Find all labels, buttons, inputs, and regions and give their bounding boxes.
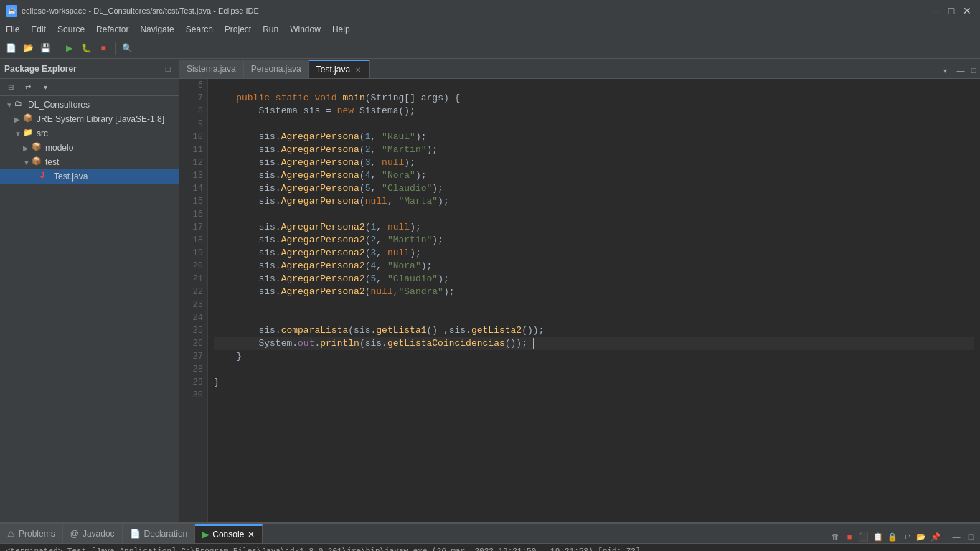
close-button[interactable]: ✕ — [960, 4, 974, 18]
tree-item-modelo[interactable]: ▶ 📦 modelo — [0, 141, 179, 155]
tab-sistema-java[interactable]: Sistema.java — [179, 60, 244, 78]
toolbar-sep-1 — [57, 42, 57, 55]
console-clear-btn[interactable]: 🗑 — [829, 530, 842, 543]
console-stop-btn[interactable]: ■ — [843, 530, 856, 543]
link-editor-btn[interactable]: ⇄ — [20, 80, 36, 95]
menu-window[interactable]: Window — [284, 22, 326, 37]
tab-console[interactable]: ▶ Console ✕ — [195, 524, 263, 543]
tree-item-test-java[interactable]: J Test.java — [0, 169, 179, 184]
ln-19: 19 — [179, 247, 203, 260]
collapse-all-btn[interactable]: ⊟ — [3, 80, 19, 95]
toolbar-run[interactable]: ▶ — [61, 40, 77, 56]
menu-file[interactable]: File — [0, 22, 25, 37]
editor-maximize-btn[interactable]: □ — [967, 64, 980, 77]
tree-item-jre[interactable]: ▶ 📦 JRE System Library [JavaSE-1.8] — [0, 112, 179, 126]
ln-22: 22 — [179, 286, 203, 298]
tab-close-console[interactable]: ✕ — [248, 529, 255, 540]
code-content[interactable]: public static void main(String[] args) {… — [208, 79, 980, 522]
explorer-menu-btn[interactable]: ▾ — [37, 80, 53, 95]
toolbar-new[interactable]: 📄 — [3, 40, 19, 56]
tree-item-dl-consultores[interactable]: ▼ 🗂 DL_Consultores — [0, 98, 179, 112]
explorer-toolbar: ⊟ ⇄ ▾ — [0, 79, 179, 96]
menu-navigate[interactable]: Navigate — [134, 22, 179, 37]
toolbar-stop[interactable]: ■ — [95, 40, 111, 56]
tab-icon-declaration: 📄 — [130, 529, 141, 539]
tab-close-test[interactable]: ✕ — [354, 65, 362, 75]
console-minimize-btn[interactable]: — — [950, 530, 963, 543]
console-pin-btn[interactable]: 📌 — [929, 530, 942, 543]
code-line-13: sis.AgregarPersona(4, "Nora"); — [214, 169, 974, 182]
tree-arrow-test: ▼ — [23, 159, 32, 166]
code-line-12: sis.AgregarPersona(3, null); — [214, 156, 974, 169]
tab-icon-javadoc: @ — [70, 529, 79, 539]
tree-label-modelo: modelo — [45, 143, 73, 153]
code-line-15: sis.AgregarPersona(null, "Marta"); — [214, 195, 974, 208]
menu-project[interactable]: Project — [219, 22, 257, 37]
console-word-wrap-btn[interactable]: ↩ — [900, 530, 913, 543]
file-tree: ▼ 🗂 DL_Consultores ▶ 📦 JRE System Librar… — [0, 96, 179, 522]
tree-item-src[interactable]: ▼ 📁 src — [0, 126, 179, 141]
code-line-29: } — [214, 376, 974, 389]
code-line-6 — [214, 79, 974, 92]
tree-arrow-src: ▼ — [14, 130, 23, 138]
ln-13: 13 — [179, 169, 203, 182]
project-icon: 🗂 — [14, 99, 26, 110]
tree-item-test[interactable]: ▼ 📦 test — [0, 155, 179, 169]
code-line-22: sis.AgregarPersona2(null,"Sandra"); — [214, 286, 974, 298]
tab-persona-java[interactable]: Persona.java — [244, 60, 309, 78]
menu-edit[interactable]: Edit — [25, 22, 52, 37]
console-copy-btn[interactable]: 📋 — [872, 530, 885, 543]
tab-icon-console: ▶ — [202, 529, 209, 540]
code-line-10: sis.AgregarPersona(1, "Raul"); — [214, 131, 974, 143]
code-editor[interactable]: 6 7 8 9 10 11 12 13 14 15 16 17 18 19 20… — [179, 79, 980, 522]
ln-29: 29 — [179, 376, 203, 389]
ln-28: 28 — [179, 363, 203, 376]
menu-help[interactable]: Help — [326, 22, 356, 37]
console-terminate-btn[interactable]: ⬛ — [857, 530, 870, 543]
menu-bar: File Edit Source Refactor Navigate Searc… — [0, 22, 980, 37]
toolbar-search[interactable]: 🔍 — [119, 40, 135, 56]
panel-maximize-btn[interactable]: □ — [161, 62, 174, 75]
code-line-25: sis.comparaLista(sis.getLista1() ,sis.ge… — [214, 324, 974, 337]
ln-7: 7 — [179, 92, 203, 105]
toolbar-open[interactable]: 📂 — [20, 40, 36, 56]
code-line-21: sis.AgregarPersona2(5, "Claudio"); — [214, 273, 974, 286]
tree-label-test: test — [45, 157, 59, 167]
menu-run[interactable]: Run — [257, 22, 284, 37]
console-maximize-btn[interactable]: □ — [964, 530, 977, 543]
title-bar-left: ☕ eclipse-workspace - DL_Consultores/src… — [6, 5, 259, 17]
bottom-tabs: ⚠ Problems @ Javadoc 📄 Declaration ▶ Con… — [0, 524, 980, 544]
code-line-28 — [214, 363, 974, 376]
console-scroll-lock-btn[interactable]: 🔒 — [886, 530, 899, 543]
ln-18: 18 — [179, 234, 203, 247]
tree-label-src: src — [37, 128, 48, 138]
tab-label-declaration: Declaration — [144, 529, 188, 539]
menu-source[interactable]: Source — [52, 22, 90, 37]
tree-label-test-java: Test.java — [54, 171, 88, 182]
editor-view-menu-btn[interactable]: ▾ — [937, 62, 953, 78]
toolbar-save[interactable]: 💾 — [37, 40, 53, 56]
menu-search[interactable]: Search — [180, 22, 219, 37]
ln-25: 25 — [179, 324, 203, 337]
ln-14: 14 — [179, 182, 203, 195]
minimize-button[interactable]: ─ — [928, 4, 943, 18]
tab-label-sistema: Sistema.java — [187, 64, 236, 74]
editor-tabs: Sistema.java Persona.java Test.java ✕ ▾ … — [179, 59, 980, 79]
jre-icon: 📦 — [23, 113, 34, 125]
tab-test-java[interactable]: Test.java ✕ — [309, 60, 370, 78]
ln-12: 12 — [179, 156, 203, 169]
editor-minimize-btn[interactable]: — — [954, 64, 967, 77]
src-icon: 📁 — [23, 128, 34, 139]
panel-minimize-btn[interactable]: — — [147, 62, 160, 75]
menu-refactor[interactable]: Refactor — [90, 22, 134, 37]
tree-label-jre: JRE System Library [JavaSE-1.8] — [37, 114, 164, 124]
tab-javadoc[interactable]: @ Javadoc — [63, 524, 123, 543]
maximize-button[interactable]: □ — [944, 4, 958, 18]
package-explorer-panel: Package Explorer — □ ⊟ ⇄ ▾ ▼ 🗂 DL_Consul… — [0, 59, 179, 522]
toolbar-debug[interactable]: 🐛 — [78, 40, 94, 56]
tab-problems[interactable]: ⚠ Problems — [0, 524, 63, 543]
window-title: eclipse-workspace - DL_Consultores/src/t… — [22, 6, 259, 15]
console-open-file-btn[interactable]: 📂 — [915, 530, 928, 543]
console-sep — [946, 530, 946, 543]
tab-declaration[interactable]: 📄 Declaration — [123, 524, 196, 543]
